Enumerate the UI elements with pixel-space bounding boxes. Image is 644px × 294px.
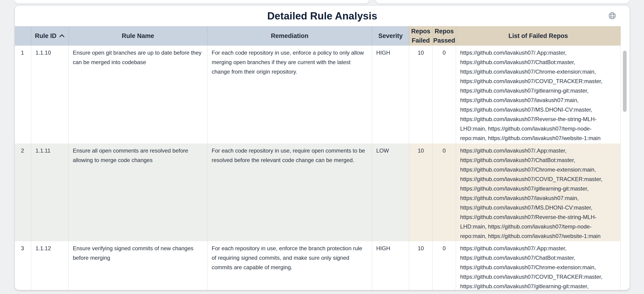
page-title: Detailed Rule Analysis bbox=[15, 6, 630, 26]
top-partial-card-left bbox=[15, 0, 369, 3]
cell-failed-repos-list: https://github.com/lavakush07/.App:maste… bbox=[456, 46, 620, 144]
cell-severity: HIGH bbox=[372, 46, 409, 144]
cell-repos-passed: 0 bbox=[432, 46, 456, 144]
cell-remediation: For each repository in use, enforce the … bbox=[208, 241, 372, 290]
cell-repos-failed: 10 bbox=[409, 241, 432, 290]
cell-repos-passed: 0 bbox=[432, 241, 456, 290]
header-rule-id[interactable]: Rule ID bbox=[31, 26, 68, 46]
cell-row-index: 3 bbox=[15, 241, 31, 290]
header-index[interactable] bbox=[15, 26, 31, 46]
cell-repos-failed: 10 bbox=[409, 144, 432, 241]
cell-rule-name: Ensure verifying signed commits of new c… bbox=[68, 241, 208, 290]
scrollbar-thumb[interactable] bbox=[623, 51, 626, 112]
cell-failed-repos-list: https://github.com/lavakush07/.App:maste… bbox=[456, 144, 620, 241]
header-repos-failed[interactable]: Repos Failed bbox=[409, 26, 432, 46]
card-header: Detailed Rule Analysis bbox=[15, 6, 630, 26]
screen: Detailed Rule Analysis Rule ID bbox=[0, 0, 644, 294]
cell-rule-id: 1.1.11 bbox=[31, 144, 68, 241]
header-remediation[interactable]: Remediation bbox=[208, 26, 372, 46]
header-failed-repos-list[interactable]: List of Failed Repos bbox=[456, 26, 620, 46]
vertical-scrollbar[interactable] bbox=[623, 46, 627, 290]
cell-row-index: 2 bbox=[15, 144, 31, 241]
cell-repos-failed: 10 bbox=[409, 46, 432, 144]
header-rule-id-label: Rule ID bbox=[35, 31, 56, 40]
sort-ascending-icon bbox=[59, 33, 65, 38]
detailed-rule-analysis-card: Detailed Rule Analysis Rule ID bbox=[15, 6, 630, 290]
cell-repos-passed: 0 bbox=[432, 144, 456, 241]
header-rule-name[interactable]: Rule Name bbox=[68, 26, 208, 46]
cell-rule-name: Ensure open git branches are up to date … bbox=[68, 46, 208, 144]
rule-analysis-table: Rule ID Rule Name Remediation Severity R… bbox=[15, 26, 620, 290]
top-partial-card-right bbox=[376, 0, 629, 3]
table-row: 3 1.1.12 Ensure verifying signed commits… bbox=[15, 241, 620, 290]
globe-icon[interactable] bbox=[608, 11, 617, 20]
cell-rule-id: 1.1.12 bbox=[31, 241, 68, 290]
cell-row-index: 1 bbox=[15, 46, 31, 144]
cell-remediation: For each code repository in use, require… bbox=[208, 144, 372, 241]
table-header-row: Rule ID Rule Name Remediation Severity R… bbox=[15, 26, 620, 46]
cell-remediation: For each code repository in use, enforce… bbox=[208, 46, 372, 144]
cell-rule-name: Ensure all open comments are resolved be… bbox=[68, 144, 208, 241]
cell-severity: LOW bbox=[372, 144, 409, 241]
header-repos-passed[interactable]: Repos Passed bbox=[432, 26, 456, 46]
table-row: 2 1.1.11 Ensure all open comments are re… bbox=[15, 144, 620, 241]
cell-rule-id: 1.1.10 bbox=[31, 46, 68, 144]
cell-severity: HIGH bbox=[372, 241, 409, 290]
header-severity[interactable]: Severity bbox=[372, 26, 409, 46]
cell-failed-repos-list: https://github.com/lavakush07/.App:maste… bbox=[456, 241, 620, 290]
table-row: 1 1.1.10 Ensure open git branches are up… bbox=[15, 46, 620, 144]
